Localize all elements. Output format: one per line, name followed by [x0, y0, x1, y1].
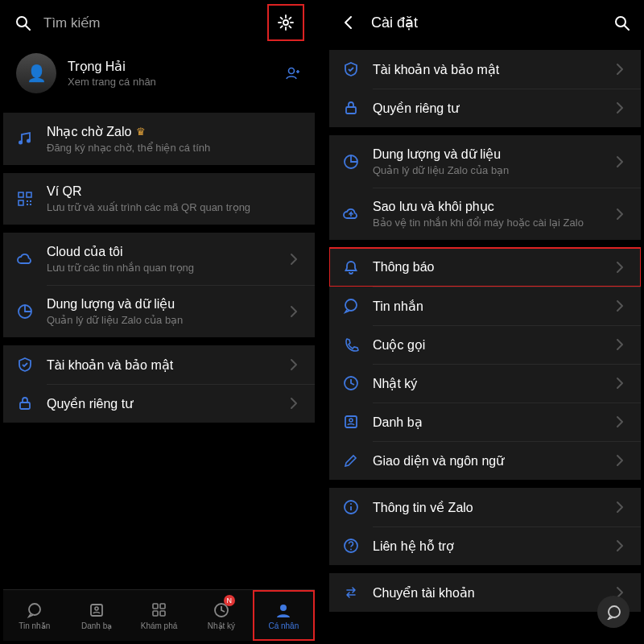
crown-icon: ♛ [136, 126, 146, 138]
chevron-right-icon [612, 206, 628, 222]
chevron-right-icon [612, 538, 628, 554]
pie-icon [16, 303, 34, 320]
tab-contacts[interactable]: Danh bạ [65, 590, 127, 641]
chat-icon [26, 601, 43, 619]
user-icon [275, 601, 292, 619]
row-contacts[interactable]: Danh bạ [329, 402, 641, 441]
chevron-right-icon [612, 414, 628, 430]
row-privacy[interactable]: Quyền riêng tư [329, 89, 641, 127]
tab-messages[interactable]: Tin nhắn [3, 590, 65, 641]
row-diary[interactable]: Nhật ký [329, 364, 641, 402]
chevron-right-icon [612, 336, 628, 353]
chevron-right-icon [612, 298, 628, 314]
row-messages[interactable]: Tin nhắn [329, 287, 641, 325]
list: Nhạc chờ Zalo♛ Đăng ký nhạc chờ, thể hiệ… [3, 105, 315, 589]
tab-discover[interactable]: Khám phá [128, 590, 190, 641]
cloud-icon [16, 250, 34, 268]
row-support[interactable]: Liên hệ hỗ trợ [329, 526, 641, 565]
row-cloud[interactable]: Cloud của tôi Lưu trữ các tin nhắn quan … [3, 233, 315, 285]
diary-badge: N [224, 595, 235, 606]
chevron-right-icon [612, 259, 628, 275]
row-qr[interactable]: Ví QR Lưu trữ và xuất trình các mã QR qu… [3, 173, 315, 225]
header: Cài đặt [329, 3, 641, 42]
chevron-right-icon [612, 375, 628, 391]
row-account[interactable]: Tài khoản và bảo mật [329, 50, 641, 89]
chevron-right-icon [612, 499, 628, 515]
chevron-right-icon [286, 251, 302, 267]
chevron-right-icon [612, 154, 628, 170]
header: Tìm kiếm [3, 3, 315, 42]
chat-fab[interactable] [597, 596, 630, 628]
profile-name: Trọng Hải [68, 59, 273, 74]
chevron-right-icon [286, 303, 302, 320]
shield-icon [342, 60, 360, 78]
row-storage[interactable]: Dung lượng và dữ liệu Quản lý dữ liệu Za… [3, 285, 315, 337]
bell-icon [342, 258, 360, 276]
back-button[interactable] [341, 14, 358, 31]
chat-icon [342, 297, 360, 315]
grid-icon [151, 601, 168, 619]
page-title: Cài đặt [371, 14, 613, 31]
profile-sub: Xem trang cá nhân [68, 76, 273, 88]
row-about[interactable]: Thông tin về Zalo [329, 488, 641, 526]
row-account[interactable]: Tài khoản và bảo mật [3, 345, 315, 384]
settings-button[interactable] [268, 5, 303, 40]
row-storage[interactable]: Dung lượng và dữ liệu Quản lý dữ liệu Za… [329, 135, 641, 188]
chevron-right-icon [286, 395, 302, 411]
music-icon [16, 130, 34, 148]
search-input[interactable]: Tìm kiếm [43, 14, 268, 31]
swap-icon [342, 584, 360, 601]
row-calls[interactable]: Cuộc gọi [329, 325, 641, 364]
row-music[interactable]: Nhạc chờ Zalo♛ Đăng ký nhạc chờ, thể hiệ… [3, 113, 315, 165]
row-backup[interactable]: Sao lưu và khôi phục Bảo vệ tin nhắn khi… [329, 188, 641, 240]
contacts-icon [342, 413, 360, 431]
profile-row[interactable]: 👤 Trọng Hải Xem trang cá nhân [3, 42, 315, 105]
screen-settings: Cài đặt Tài khoản và bảo mật Quyền riêng… [329, 3, 641, 641]
info-icon [342, 498, 360, 516]
tabbar: Tin nhắn Danh bạ Khám phá Nhật ký N Cá n… [3, 589, 315, 641]
cloud-up-icon [342, 205, 360, 223]
search-icon[interactable] [14, 14, 31, 31]
clock-icon [342, 374, 360, 392]
search-icon[interactable] [613, 14, 630, 31]
phone-icon [342, 336, 360, 353]
row-theme[interactable]: Giao diện và ngôn ngữ [329, 441, 641, 480]
lock-icon [342, 99, 360, 117]
qr-icon [16, 190, 34, 208]
settings-list: Tài khoản và bảo mật Quyền riêng tư Dung… [329, 42, 641, 641]
row-privacy[interactable]: Quyền riêng tư [3, 384, 315, 423]
help-icon [342, 537, 360, 555]
avatar: 👤 [16, 53, 56, 93]
gear-icon [277, 14, 295, 31]
screen-personal: Tìm kiếm 👤 Trọng Hải Xem trang cá nhân N… [3, 3, 315, 641]
chevron-right-icon [612, 100, 628, 116]
brush-icon [342, 452, 360, 469]
shield-icon [16, 356, 34, 374]
tab-me[interactable]: Cá nhân [253, 590, 315, 641]
chevron-right-icon [612, 61, 628, 77]
tab-diary[interactable]: Nhật ký N [190, 590, 252, 641]
lock-icon [16, 394, 34, 412]
chevron-right-icon [612, 452, 628, 469]
chevron-right-icon [286, 357, 302, 373]
row-notifications[interactable]: Thông báo [329, 248, 641, 287]
swap-user-icon[interactable] [284, 64, 302, 82]
pie-icon [342, 153, 360, 171]
contacts-icon [88, 601, 105, 619]
row-switch-account[interactable]: Chuyển tài khoản [329, 573, 641, 612]
